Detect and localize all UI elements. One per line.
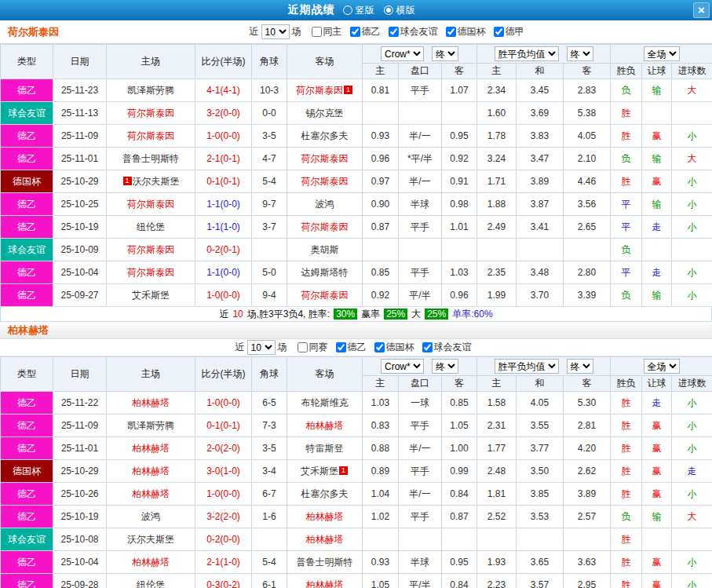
asian-home-odds-cell: 0.89 — [363, 460, 399, 483]
score-cell: 1-1(0-0) — [195, 261, 252, 284]
friendly-checkbox[interactable] — [389, 27, 399, 37]
profit-rate-badge: 25% — [384, 309, 407, 320]
layout-vertical-option[interactable]: 竖版 — [343, 4, 374, 17]
filter-cup[interactable]: 德国杯 — [446, 25, 486, 38]
avg-odds-select[interactable]: 胜平负均值 — [495, 46, 559, 61]
team-cell: 柏林赫塔 — [107, 483, 195, 506]
score-cell: 1-1(1-0) — [195, 216, 252, 239]
filter-league-de2[interactable]: 德乙 — [350, 25, 381, 38]
title-bar: 近期战绩 竖版 横版 × — [0, 0, 712, 20]
handicap-result-cell — [642, 528, 672, 551]
outcome-cell: 负 — [611, 239, 642, 261]
match-type-cell: 球会友谊 — [1, 239, 53, 261]
avg-time-select[interactable]: 终 — [567, 359, 593, 374]
scope-select[interactable]: 全场 — [644, 46, 680, 61]
handicap-result-cell: 输 — [642, 148, 672, 170]
corner-cell: 0-0 — [252, 102, 287, 125]
asian-away-odds-cell: 1.05 — [442, 415, 477, 437]
asian-away-odds-cell — [442, 528, 477, 551]
friendly-checkbox[interactable] — [422, 342, 433, 352]
same-home-checkbox[interactable] — [312, 27, 322, 37]
avg-time-select[interactable]: 终 — [567, 46, 593, 61]
euro-away-odds-cell: 2.65 — [564, 216, 611, 239]
table-row: 德乙25-11-09荷尔斯泰因1-0(0-0)3-5杜塞尔多夫0.93半/一0.… — [1, 125, 712, 148]
goals-result-cell: 小 — [672, 392, 712, 415]
de2-checkbox[interactable] — [350, 27, 360, 37]
odds-time-select[interactable]: 终 — [432, 46, 458, 61]
horizontal-layout-radio[interactable] — [384, 5, 393, 15]
team-cell: 柏林赫塔 — [107, 551, 195, 574]
team-cell: 柏林赫塔 — [107, 460, 195, 483]
match-type-cell: 德乙 — [1, 261, 53, 284]
asian-away-odds-cell: 0.98 — [442, 193, 477, 216]
vertical-layout-radio[interactable] — [343, 5, 352, 15]
match-type-cell: 球会友谊 — [1, 528, 53, 551]
euro-away-odds-cell: 5.38 — [564, 102, 611, 125]
de1-checkbox[interactable] — [494, 27, 504, 37]
date-cell: 25-09-28 — [53, 574, 107, 588]
goals-result-cell — [672, 239, 712, 261]
avg-odds-select[interactable]: 胜平负均值 — [495, 359, 559, 374]
match-count-select[interactable]: 10 — [247, 340, 276, 355]
table-row: 德国杯25-10-29柏林赫塔3-0(1-0)3-4艾禾斯堡10.89平手0.9… — [1, 460, 712, 483]
goals-result-cell: 小 — [672, 437, 712, 460]
close-icon[interactable]: × — [693, 2, 710, 18]
handicap-cell: 半/一 — [399, 125, 442, 148]
table-row: 德乙25-10-04柏林赫塔2-1(1-0)5-4普鲁士明斯特0.93半球0.9… — [1, 551, 712, 574]
de2-checkbox[interactable] — [336, 342, 346, 352]
team-cell: 达姆斯塔特 — [287, 261, 363, 284]
score-cell: 1-0(0-0) — [195, 483, 252, 506]
layout-horizontal-option[interactable]: 横版 — [384, 4, 415, 17]
summary-text: 场,胜3平3负4, 胜率: — [247, 308, 330, 321]
euro-draw-odds-cell: 3.87 — [517, 193, 564, 216]
corner-cell: 5-4 — [252, 170, 287, 193]
handicap-cell: 平/半 — [399, 574, 442, 588]
cup-checkbox[interactable] — [374, 342, 385, 352]
outcome-cell: 负 — [611, 506, 642, 528]
filter-same-home[interactable]: 同主 — [312, 25, 342, 38]
filter-same-competition[interactable]: 同赛 — [298, 341, 328, 354]
team-name: 荷尔斯泰因 — [127, 130, 174, 141]
euro-draw-odds-cell: 3.48 — [517, 261, 564, 284]
scope-select[interactable]: 全场 — [644, 359, 680, 374]
table-row: 德乙25-10-19纽伦堡1-1(1-0)3-7荷尔斯泰因0.87平手1.012… — [1, 216, 712, 239]
score-cell: 3-2(0-0) — [195, 102, 252, 125]
match-count-select[interactable]: 10 — [261, 24, 290, 39]
same-competition-checkbox[interactable] — [298, 342, 308, 352]
odds-time-select[interactable]: 终 — [432, 359, 458, 374]
team-name: 凯泽斯劳腾 — [127, 85, 174, 96]
odds-company-select[interactable]: Crow* — [381, 46, 424, 61]
team-name: 荷尔斯泰因 — [301, 290, 349, 301]
near-label: 近 — [236, 341, 245, 354]
corner-cell: 10-3 — [252, 79, 287, 102]
filter-friendly[interactable]: 球会友谊 — [422, 341, 472, 354]
odds-company-select[interactable]: Crow* — [381, 359, 424, 374]
filter-friendly[interactable]: 球会友谊 — [389, 25, 438, 38]
handicap-result-cell: 赢 — [642, 483, 672, 506]
team-name: 布轮斯维克 — [301, 397, 349, 408]
team-name: 柏林赫塔 — [306, 420, 344, 431]
euro-draw-odds-cell: 3.83 — [517, 125, 564, 148]
filter-cup[interactable]: 德国杯 — [374, 341, 414, 354]
euro-away-odds-cell: 3.56 — [564, 193, 611, 216]
filter-label: 德甲 — [506, 25, 524, 38]
filter-league-de2[interactable]: 德乙 — [336, 341, 367, 354]
asian-away-odds-cell: 1.01 — [442, 216, 477, 239]
asian-away-odds-cell: 1.00 — [442, 437, 477, 460]
date-cell: 25-10-04 — [53, 261, 107, 284]
date-cell: 25-09-27 — [53, 284, 107, 307]
date-cell: 25-10-29 — [53, 460, 107, 483]
table-row: 德乙25-11-01普鲁士明斯特2-1(0-1)4-7荷尔斯泰因0.96*平/半… — [1, 148, 712, 170]
handicap-cell: 平手 — [399, 506, 442, 528]
team-name: 荷尔斯泰因 — [127, 244, 174, 255]
corner-cell: 6-7 — [252, 483, 287, 506]
team-cell: 柏林赫塔 — [107, 437, 195, 460]
col-euro-away: 客 — [564, 64, 611, 79]
date-cell: 25-11-22 — [53, 392, 107, 415]
col-asian-home: 主 — [363, 64, 399, 79]
cup-checkbox[interactable] — [446, 27, 456, 37]
team-name: 波鸿 — [316, 199, 334, 210]
table-row: 德乙25-11-23凯泽斯劳腾4-1(4-1)10-3荷尔斯泰因10.81平手1… — [1, 79, 712, 102]
filter-league-de1[interactable]: 德甲 — [494, 25, 524, 38]
asian-odds-header: Crow* 终 — [363, 45, 477, 64]
